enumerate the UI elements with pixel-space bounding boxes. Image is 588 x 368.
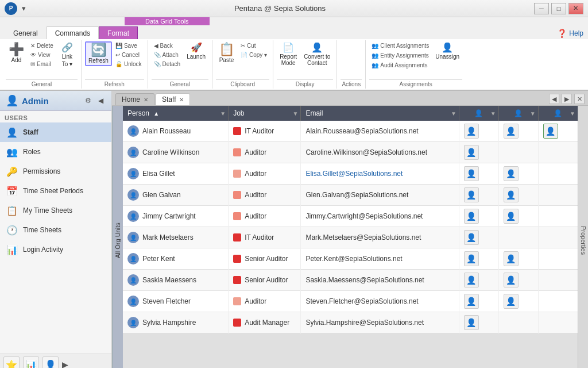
content-area: Home ✕ Staff ✕ ◀ ▶ ✕ All Org Units (112, 91, 588, 368)
assign-icon: 👤 (504, 124, 519, 139)
app-logo: P (5, 2, 17, 15)
sidebar-footer-btn-2[interactable]: 📊 (23, 356, 39, 368)
sidebar: 👤 Admin ⚙ ◀ Users 👤 Staff 👥 Roles 🔑 Perm… (0, 91, 112, 368)
email-button-sm[interactable]: ✉ Email (28, 60, 56, 68)
audit-assignments-button[interactable]: 👥 Audit Assignments (369, 61, 431, 70)
detach-button[interactable]: 📎 Detach (152, 60, 183, 68)
tab-scroll-left[interactable]: ◀ (549, 94, 559, 104)
tab-commands[interactable]: Commands (47, 26, 99, 39)
table-row[interactable]: 👤Mark MetselaersIT AuditorMark.Metselaer… (123, 227, 578, 248)
table-row[interactable]: 👤Caroline WilkinsonAuditorCaroline.Wilki… (123, 142, 578, 163)
assignment-cell: 👤 (459, 270, 498, 291)
content-tabs-left: Home ✕ Staff ✕ (115, 93, 190, 105)
col-job[interactable]: Job ▼ (229, 106, 301, 121)
client-assignments-button[interactable]: 👥 Client Assignments (369, 41, 431, 50)
maximize-button[interactable]: □ (551, 3, 566, 14)
tab-close-all[interactable]: ✕ (574, 94, 585, 104)
col-assign3[interactable]: 👤 ▼ (538, 106, 578, 121)
unassign-button[interactable]: 👤 Unassign (432, 41, 462, 62)
tab-general[interactable]: General (5, 26, 47, 39)
close-button[interactable]: ✕ (568, 3, 583, 14)
sidebar-item-staff[interactable]: 👤 Staff (0, 122, 111, 142)
data-grid[interactable]: Person ▲ ▼ Job ▼ Email ▼ (123, 106, 578, 368)
minimize-button[interactable]: ─ (534, 3, 549, 14)
assign3-icon: 👤 (554, 109, 562, 117)
table-row[interactable]: 👤Sylvia HampshireAudit ManagerSylvia.Ham… (123, 312, 578, 334)
sidebar-collapse-button[interactable]: ◀ (95, 95, 106, 106)
detach-icon: 📎 (154, 61, 161, 67)
sidebar-item-roles[interactable]: 👥 Roles (0, 142, 111, 162)
tab-home[interactable]: Home ✕ (115, 93, 154, 105)
col-person[interactable]: Person ▲ ▼ (123, 106, 229, 121)
person-cell: 👤Sylvia Hampshire (123, 312, 229, 334)
assignment-cell (538, 227, 578, 248)
table-row[interactable]: 👤Steven FletcherAuditorSteven.Fletcher@S… (123, 291, 578, 312)
sidebar-footer-btn-3[interactable]: 👤 (42, 356, 59, 368)
assignment-cell (538, 142, 578, 163)
close-home-tab[interactable]: ✕ (144, 97, 148, 103)
sidebar-settings-button[interactable]: ⚙ (83, 95, 93, 106)
tab-format[interactable]: Format (99, 26, 138, 39)
launch-button[interactable]: 🚀 Launch (184, 41, 208, 62)
paste-icon: 📋 (219, 43, 234, 56)
launch-icon: 🚀 (191, 43, 202, 52)
job-dot (233, 212, 241, 220)
email-cell: Mark.Metselaers@SepiaSolutions.net (301, 227, 459, 248)
paste-button[interactable]: 📋 Paste (216, 41, 237, 65)
assignment-cell (538, 291, 578, 312)
assignment-cell: 👤 (498, 270, 538, 291)
cancel-button[interactable]: ↩ Cancel (113, 51, 144, 59)
link-to-button[interactable]: 🔗 Link To ▾ (57, 41, 78, 69)
sidebar-item-permissions[interactable]: 🔑 Permissions (0, 162, 111, 181)
view-button[interactable]: 👁 View (28, 51, 56, 59)
nav-overflow-button[interactable]: ▶ (62, 360, 68, 368)
entity-assignments-button[interactable]: 👥 Entity Assignments (369, 51, 431, 60)
sidebar-item-time-sheets[interactable]: 🕐 Time Sheets (0, 220, 111, 240)
table-row[interactable]: 👤Elisa GilletAuditorElisa.Gillet@SepiaSo… (123, 163, 578, 185)
close-staff-tab[interactable]: ✕ (179, 97, 184, 103)
vertical-label[interactable]: All Org Units (112, 106, 123, 368)
staff-table: Person ▲ ▼ Job ▼ Email ▼ (123, 106, 578, 334)
job-dot (233, 170, 241, 178)
table-row[interactable]: 👤Peter KentSenior AuditorPeter.Kent@Sepi… (123, 248, 578, 270)
tab-staff[interactable]: Staff ✕ (156, 93, 190, 105)
quick-access-pin[interactable]: ▾ (22, 4, 26, 13)
save-button[interactable]: 💾 Save (113, 41, 144, 50)
assignment-cell (538, 248, 578, 270)
table-row[interactable]: 👤Jimmy CartwrightAuditorJimmy.Cartwright… (123, 206, 578, 227)
table-row[interactable]: 👤Alain RousseauIT AuditorAlain.Rousseau@… (123, 121, 578, 142)
person-filter-icon: ▼ (220, 110, 226, 117)
unlock-button[interactable]: 🔓 Unlock (113, 60, 144, 68)
add-button[interactable]: ➕ Add (6, 41, 27, 65)
client-assign-icon: 👥 (372, 43, 378, 49)
convert-to-contact-button[interactable]: 👤 Convert toContact (301, 41, 333, 68)
time-sheet-periods-icon: 📅 (6, 185, 18, 197)
email-cell: Alain.Rousseau@SepiaSolutions.net (301, 121, 459, 142)
properties-panel: Properties (578, 106, 588, 368)
admin-icon: 👤 (6, 94, 18, 107)
sidebar-item-time-sheet-periods[interactable]: 📅 Time Sheet Periods (0, 181, 111, 201)
sidebar-item-login-activity[interactable]: 📊 Login Activity (0, 240, 111, 259)
tab-scroll-right[interactable]: ▶ (562, 94, 572, 104)
help-button[interactable]: ❓ Help (552, 28, 588, 39)
job-cell: Auditor (229, 291, 301, 312)
table-row[interactable]: 👤Glen GalvanAuditorGlen.Galvan@SepiaSolu… (123, 185, 578, 206)
col-assign2[interactable]: 👤 ▼ (498, 106, 538, 121)
table-row[interactable]: 👤Saskia MaessensSenior AuditorSaskia.Mae… (123, 270, 578, 291)
my-time-sheets-icon: 📋 (6, 204, 18, 217)
refresh-button[interactable]: 🔄 Refresh (85, 41, 112, 66)
sidebar-footer-btn-1[interactable]: ⭐ (3, 356, 20, 368)
attach-button[interactable]: 📎 Attach (152, 51, 183, 59)
delete-button[interactable]: ✕ Delete (28, 41, 56, 50)
email-link[interactable]: Elisa.Gillet@SepiaSolutions.net (305, 170, 403, 178)
cut-button[interactable]: ✂ Cut (238, 41, 269, 50)
assignment-cell (538, 206, 578, 227)
col-email[interactable]: Email ▼ (301, 106, 459, 121)
col-assign1[interactable]: 👤 ▼ (459, 106, 498, 121)
properties-label[interactable]: Properties (579, 221, 588, 259)
report-mode-button[interactable]: 📄 ReportMode (277, 41, 300, 68)
copy-button[interactable]: 📄 Copy ▾ (238, 51, 269, 59)
sidebar-item-my-time-sheets[interactable]: 📋 My Time Sheets (0, 201, 111, 220)
back-button[interactable]: ◀ Back (152, 41, 183, 50)
person-cell: 👤Glen Galvan (123, 185, 229, 206)
